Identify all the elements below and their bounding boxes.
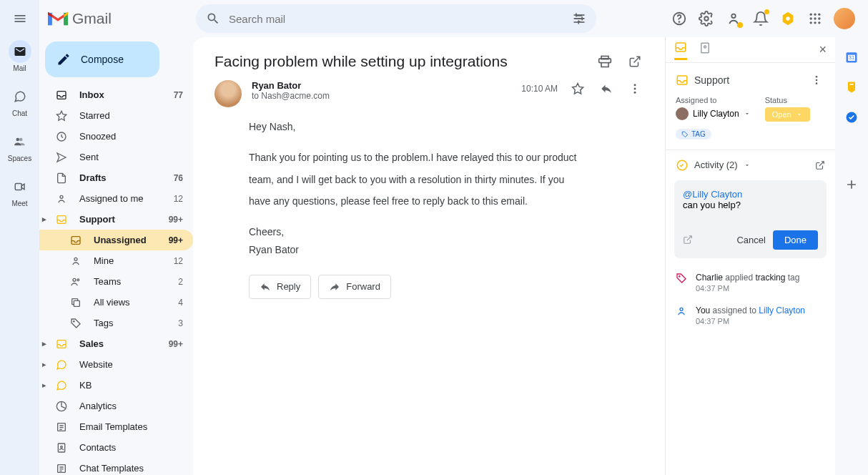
rail-chat[interactable]: Chat (9, 85, 31, 117)
nav-sent[interactable]: Sent (39, 147, 193, 167)
support-tab-contact[interactable] (699, 41, 711, 59)
chevron-down-icon (744, 110, 751, 117)
done-button[interactable]: Done (773, 230, 818, 250)
comment-box[interactable]: @Lilly Clayton can you help? Cancel Done (674, 180, 827, 258)
svg-point-27 (60, 195, 63, 198)
contacts-icon (55, 442, 68, 454)
rail-mail[interactable]: Mail (9, 40, 31, 72)
svg-point-22 (810, 21, 812, 24)
svg-point-44 (634, 88, 636, 90)
nav-starred[interactable]: Starred (39, 105, 193, 126)
nav-mine[interactable]: Mine12 (39, 250, 193, 271)
svg-point-30 (74, 258, 77, 260)
svg-point-12 (679, 21, 680, 22)
rail-spaces[interactable]: Spaces (8, 130, 31, 162)
notifications-button[interactable] (752, 10, 769, 27)
template-icon (55, 463, 68, 474)
nav-sales[interactable]: ▸Sales99+ (39, 333, 193, 354)
reply-button[interactable]: Reply (249, 275, 311, 299)
comment-text: can you help? (683, 200, 818, 210)
chat-yellow-icon (55, 359, 68, 371)
nav-kb[interactable]: ▸KB (39, 375, 193, 396)
main-menu-button[interactable] (11, 10, 29, 27)
assigned-label: Assigned to (676, 96, 751, 104)
brand: Gmail (48, 10, 187, 27)
chevron-right-icon: ▸ (42, 339, 46, 348)
search-box[interactable] (196, 4, 596, 33)
apps-button[interactable] (807, 10, 824, 27)
nav-chattpl[interactable]: Chat Templates (39, 458, 193, 475)
tasks-addon[interactable] (844, 110, 859, 124)
inbox-yellow-icon (55, 214, 68, 225)
forward-button[interactable]: Forward (318, 275, 391, 299)
tag-chip[interactable]: TAG (676, 129, 711, 139)
add-addon[interactable] (844, 177, 859, 192)
svg-point-15 (786, 16, 790, 21)
nav-teams[interactable]: Teams2 (39, 271, 193, 292)
svg-text:31: 31 (849, 54, 854, 61)
svg-point-51 (816, 79, 818, 82)
help-button[interactable] (671, 10, 688, 27)
contacts-button[interactable] (725, 10, 742, 27)
email-time: 10:10 AM (521, 84, 558, 94)
chat-yellow-icon (55, 380, 68, 391)
status-select[interactable]: Open (765, 107, 810, 122)
svg-rect-59 (850, 84, 854, 85)
account-avatar[interactable] (834, 8, 855, 29)
search-options-icon[interactable] (572, 11, 586, 26)
print-button[interactable] (596, 53, 613, 70)
support-tab-inbox[interactable] (674, 41, 687, 60)
svg-point-34 (74, 320, 74, 321)
nav-tags[interactable]: Tags3 (39, 313, 193, 333)
chevron-down-icon[interactable] (744, 162, 751, 169)
reply-icon-button[interactable] (598, 80, 615, 97)
nav-unassigned[interactable]: Unassigned99+ (39, 230, 193, 250)
support-more-button[interactable] (808, 72, 825, 89)
more-button[interactable] (626, 80, 643, 97)
svg-point-16 (810, 14, 812, 16)
rail-meet[interactable]: Meet (9, 175, 31, 207)
star-icon (55, 110, 68, 122)
svg-point-43 (634, 84, 636, 86)
support-title: Support (694, 74, 802, 86)
calendar-addon[interactable]: 31 (844, 50, 859, 64)
keep-addon[interactable] (844, 80, 859, 94)
activity-item: You assigned to Lilly Clayton 04:37 PM (666, 301, 835, 334)
compose-button[interactable]: Compose (45, 41, 159, 77)
tag-red-icon (676, 273, 689, 293)
inbox-yellow-icon (55, 338, 68, 350)
nav-templates[interactable]: Email Templates (39, 416, 193, 437)
svg-rect-9 (581, 17, 583, 21)
email-body: Hey Nash, Thank you for pointing us to t… (214, 116, 643, 258)
brand-word: Gmail (72, 10, 112, 27)
activity-open-button[interactable] (815, 160, 825, 170)
nav-website[interactable]: ▸Website (39, 354, 193, 375)
person-blue-icon (676, 305, 689, 325)
nav-support[interactable]: ▸Support99+ (39, 209, 193, 230)
chevron-right-icon: ▸ (42, 381, 46, 390)
nav-contacts[interactable]: Contacts (39, 437, 193, 458)
comment-open-button[interactable] (683, 235, 693, 245)
svg-point-13 (704, 16, 709, 21)
hexagon-button[interactable] (779, 10, 797, 27)
nav-drafts[interactable]: Drafts76 (39, 167, 193, 188)
close-pane-button[interactable]: × (819, 42, 827, 57)
cancel-button[interactable]: Cancel (736, 235, 765, 245)
sender-name: Ryan Bator (252, 80, 511, 91)
nav-allviews[interactable]: All views4 (39, 292, 193, 313)
svg-rect-42 (601, 63, 608, 67)
nav-analytics[interactable]: Analytics (39, 396, 193, 416)
svg-point-14 (731, 14, 736, 18)
nav-inbox[interactable]: Inbox77 (39, 84, 193, 105)
nav-assigned[interactable]: Assigned to me12 (39, 188, 193, 209)
person-icon (55, 193, 68, 205)
search-input[interactable] (229, 13, 563, 25)
pie-icon (55, 401, 68, 412)
nav-snoozed[interactable]: Snoozed (39, 126, 193, 147)
star-button[interactable] (569, 80, 586, 97)
tag-icon (69, 318, 82, 329)
settings-button[interactable] (698, 10, 715, 27)
activity-icon (676, 159, 689, 172)
assignee-select[interactable]: Lilly Clayton (676, 107, 751, 120)
open-new-button[interactable] (626, 53, 643, 70)
